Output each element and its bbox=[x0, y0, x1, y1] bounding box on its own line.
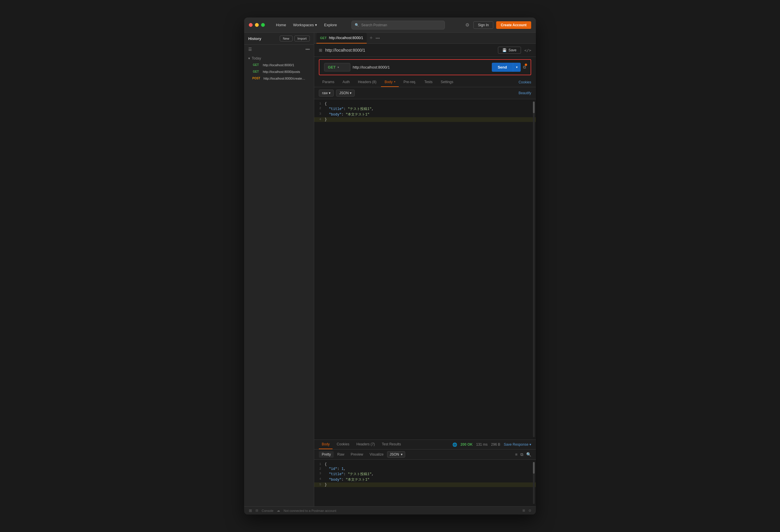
history-item-1[interactable]: GET http://localhost:8000/1 bbox=[244, 61, 314, 68]
response-tabs-bar: Body Cookies Headers (7) Test Results 🌐 … bbox=[314, 440, 536, 449]
method-badge-get-2: GET bbox=[251, 70, 260, 74]
method-badge-post: POST bbox=[251, 77, 261, 80]
search-bar[interactable]: 🔍 Search Postman bbox=[351, 21, 445, 30]
search-icon: 🔍 bbox=[355, 23, 359, 27]
req-tab-params[interactable]: Params bbox=[319, 78, 338, 87]
settings-icon[interactable]: ⚙ bbox=[464, 21, 471, 29]
workspaces-nav[interactable]: Workspaces ▾ bbox=[290, 21, 320, 28]
sidebar-title: History bbox=[248, 37, 261, 41]
content-area: GET http://localhost:8000/1 + ••• ⊞ http… bbox=[314, 33, 536, 506]
resp-tab-cookies[interactable]: Cookies bbox=[334, 440, 352, 449]
more-options-icon[interactable]: ••• bbox=[305, 47, 310, 52]
resp-scrollbar-track[interactable] bbox=[533, 462, 535, 504]
resp-code-line-1: 1 { bbox=[314, 462, 536, 467]
wrap-lines-icon[interactable]: ≡ bbox=[515, 452, 518, 457]
response-size: 296 B bbox=[491, 442, 500, 446]
resp-format-preview[interactable]: Preview bbox=[348, 451, 366, 457]
history-item-3[interactable]: POST http://localhost:8000/createPost bbox=[244, 75, 314, 82]
status-ok: 200 OK bbox=[460, 442, 473, 446]
resp-tab-body[interactable]: Body bbox=[319, 440, 333, 449]
response-body-editor[interactable]: 1 { 2 "id": 1, 3 "title": bbox=[314, 460, 536, 506]
signin-button[interactable]: Sign In bbox=[474, 21, 493, 29]
minimize-button[interactable] bbox=[255, 23, 259, 27]
filter-icon[interactable]: ☰ bbox=[248, 47, 252, 52]
resp-format-selector[interactable]: JSON ▾ bbox=[387, 451, 405, 457]
main-layout: History New Import ☰ ••• ▾ Today GET htt… bbox=[244, 33, 536, 506]
globe-icon: 🌐 bbox=[452, 442, 457, 447]
search-placeholder: Search Postman bbox=[361, 23, 387, 27]
home-nav[interactable]: Home bbox=[273, 21, 289, 28]
send-btn-wrapper: Send ▾ bbox=[492, 63, 521, 72]
sidebar-toggle-icon[interactable]: ⊞ bbox=[249, 509, 252, 513]
save-icon: 💾 bbox=[502, 48, 507, 52]
new-tab-button[interactable]: + bbox=[367, 35, 375, 41]
req-tab-settings[interactable]: Settings bbox=[437, 78, 457, 87]
console-icon[interactable]: ⊟ bbox=[255, 509, 258, 513]
history-item-2[interactable]: GET http://localhost:8000/posts bbox=[244, 68, 314, 75]
save-response-button[interactable]: Save Response ▾ bbox=[504, 442, 531, 446]
request-header-actions: 💾 Save </> bbox=[498, 47, 531, 54]
request-title: http://localhost:8000/1 bbox=[325, 48, 365, 52]
tab-url: http://localhost:8000/1 bbox=[329, 36, 363, 40]
scrollbar-track[interactable] bbox=[533, 101, 535, 437]
resp-tab-test-results[interactable]: Test Results bbox=[379, 440, 404, 449]
body-format-raw[interactable]: raw ▾ bbox=[319, 90, 334, 97]
method-badge-get: GET bbox=[251, 63, 260, 67]
response-format-tabs: Pretty Raw Preview Visualize JSON ▾ ≡ ⧉ … bbox=[314, 449, 536, 460]
raw-chevron-icon: ▾ bbox=[329, 91, 331, 95]
json-chevron-icon: ▾ bbox=[350, 91, 351, 95]
maximize-button[interactable] bbox=[261, 23, 265, 27]
today-section-header[interactable]: ▾ Today bbox=[244, 55, 314, 61]
save-button[interactable]: 💾 Save bbox=[498, 47, 521, 54]
tab-more-options[interactable]: ••• bbox=[376, 36, 380, 41]
req-tab-auth[interactable]: Auth bbox=[339, 78, 353, 87]
request-tab-active[interactable]: GET http://localhost:8000/1 bbox=[316, 33, 367, 43]
console-label[interactable]: Console bbox=[262, 509, 273, 513]
resp-scrollbar-thumb[interactable] bbox=[533, 462, 535, 474]
create-account-button[interactable]: Create Account bbox=[496, 21, 531, 29]
help-icon[interactable]: ⊙ bbox=[529, 509, 531, 513]
close-button[interactable] bbox=[249, 23, 253, 27]
method-text: GET bbox=[328, 65, 336, 69]
layout-icon[interactable]: ⊞ bbox=[523, 509, 525, 513]
item-url-2: http://localhost:8000/posts bbox=[263, 70, 300, 74]
search-response-icon[interactable]: 🔍 bbox=[526, 452, 531, 457]
tab-method: GET bbox=[320, 36, 327, 40]
scrollbar-thumb[interactable] bbox=[533, 101, 535, 113]
import-button[interactable]: Import bbox=[294, 36, 310, 41]
body-options: raw ▾ JSON ▾ Beautify bbox=[314, 87, 536, 99]
resp-format-pretty[interactable]: Pretty bbox=[319, 451, 334, 457]
section-label: Today bbox=[252, 56, 261, 60]
cookies-link[interactable]: Cookies bbox=[519, 80, 531, 84]
response-status: 🌐 200 OK 131 ms 296 B Save Response ▾ bbox=[452, 442, 531, 447]
req-tab-tests[interactable]: Tests bbox=[421, 78, 436, 87]
method-selector[interactable]: GET ▾ bbox=[324, 63, 350, 71]
collapse-icon: ▾ bbox=[248, 56, 250, 60]
beautify-button[interactable]: Beautify bbox=[519, 91, 531, 95]
request-body-editor[interactable]: 1 { 2 "title": "テスト投稿1", 3 "body": "本文テス… bbox=[314, 99, 536, 440]
req-tab-body[interactable]: Body • bbox=[381, 78, 399, 87]
req-tab-prereq[interactable]: Pre-req. bbox=[400, 78, 420, 87]
copy-button[interactable]: ⧉ bbox=[523, 65, 526, 70]
copy-badge bbox=[525, 63, 527, 66]
send-button[interactable]: Send bbox=[492, 63, 513, 72]
new-button[interactable]: New bbox=[280, 36, 293, 41]
resp-tab-headers[interactable]: Headers (7) bbox=[353, 440, 378, 449]
app-window: Home Workspaces ▾ Explore 🔍 Search Postm… bbox=[244, 17, 536, 515]
item-url-3: http://localhost:8000/createPost bbox=[263, 77, 307, 80]
explore-nav[interactable]: Explore bbox=[321, 21, 340, 28]
sidebar-header: History New Import bbox=[244, 33, 314, 45]
req-tab-headers[interactable]: Headers (8) bbox=[354, 78, 380, 87]
url-input[interactable] bbox=[353, 63, 489, 71]
copy-response-icon[interactable]: ⧉ bbox=[520, 452, 523, 457]
resp-format-visualize[interactable]: Visualize bbox=[367, 451, 387, 457]
resp-code-line-5: 5 } bbox=[314, 482, 536, 487]
resp-code-line-2: 2 "id": 1, bbox=[314, 467, 536, 471]
body-type-json[interactable]: JSON ▾ bbox=[336, 90, 355, 97]
sidebar-filter: ☰ ••• bbox=[244, 45, 314, 54]
send-dropdown-button[interactable]: ▾ bbox=[513, 63, 521, 72]
resp-format-raw[interactable]: Raw bbox=[334, 451, 347, 457]
request-area: ⊞ http://localhost:8000/1 💾 Save </> bbox=[314, 44, 536, 506]
code-line-2: 2 "title": "テスト投稿1", bbox=[314, 106, 536, 112]
code-icon[interactable]: </> bbox=[525, 48, 531, 52]
